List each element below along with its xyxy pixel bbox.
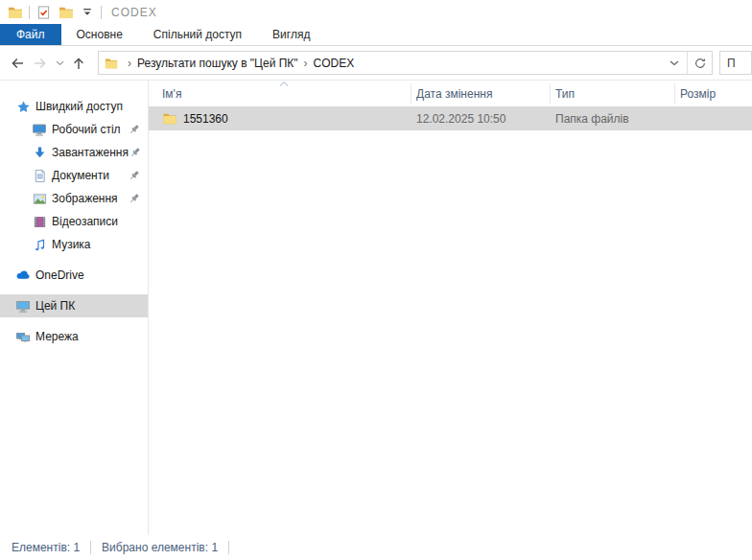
status-divider [90,541,91,554]
back-button[interactable] [6,52,29,75]
documents-icon [32,168,47,183]
sidebar-item-label: Документи [52,169,109,182]
sidebar-item-desktop[interactable]: Робочий стіл [0,118,148,141]
sidebar-item-onedrive[interactable]: OneDrive [0,264,148,287]
window-title: CODEX [111,6,157,19]
folder-icon [162,111,177,126]
sidebar-item-label: OneDrive [35,268,84,282]
star-icon [15,99,31,114]
file-explorer-window: CODEX Файл Основне Спільний доступ Вигля… [0,0,752,560]
pin-icon [128,123,141,136]
address-folder-icon [105,57,118,70]
breadcrumb-separator: › [298,57,314,70]
column-header-date-modified[interactable]: Дата змінення [411,81,551,106]
new-folder-icon[interactable] [58,4,74,20]
pin-icon [128,192,141,205]
file-type-cell: Папка файлів [551,112,675,126]
file-name: 1551360 [183,112,228,126]
sidebar-item-quick-access[interactable]: Швидкий доступ [0,95,148,118]
sidebar-item-this-pc[interactable]: Цей ПК [0,294,148,317]
file-date-cell: 12.02.2025 10:50 [411,112,551,126]
forward-button[interactable] [29,52,52,75]
divider [101,6,102,19]
tab-home[interactable]: Основне [61,24,138,45]
column-header-label: Ім'я [162,87,181,101]
onedrive-cloud-icon [15,268,31,283]
sidebar-item-label: Цей ПК [35,299,75,313]
pictures-icon [32,191,47,206]
breadcrumb-root[interactable]: Результати пошуку в "Цей ПК" [137,57,298,70]
sidebar-item-documents[interactable]: Документи [0,164,148,187]
status-bar: Елементів: 1 Вибрано елементів: 1 [0,535,752,560]
refresh-icon[interactable] [687,52,712,74]
up-button[interactable] [67,52,90,75]
this-pc-icon [15,298,31,314]
search-input[interactable]: П [719,51,752,75]
history-dropdown-icon[interactable] [52,52,67,75]
file-row[interactable]: 1551360 12.02.2025 10:50 Папка файлів [149,106,752,130]
column-header-label: Дата змінення [416,87,492,101]
pin-icon [128,169,141,182]
search-text-fragment: П [727,57,736,70]
sidebar-item-pictures[interactable]: Зображення [0,187,148,210]
breadcrumb-separator: › [122,57,137,70]
sidebar-item-label: Відеозаписи [52,215,118,228]
sidebar-item-label: Мережа [35,330,79,343]
sidebar-item-downloads[interactable]: Завантаження [0,141,148,164]
sidebar-item-label: Швидкий доступ [35,100,123,113]
selected-count: Вибрано елементів: 1 [102,541,218,554]
sidebar-group-gap [0,287,148,294]
file-list-pane: Ім'я Дата змінення Тип Розмір [149,81,752,535]
navigation-pane: Швидкий доступ Робочий стіл Завантаження [0,81,149,535]
qat-dropdown-icon[interactable] [79,4,95,20]
column-headers: Ім'я Дата змінення Тип Розмір [149,81,752,106]
column-header-label: Розмір [680,87,716,101]
divider [29,6,30,19]
status-divider [228,541,229,554]
pin-icon [129,146,142,159]
address-dropdown-icon[interactable] [662,52,687,74]
column-header-size[interactable]: Розмір [675,81,752,106]
folder-icon [7,4,23,20]
sidebar-item-music[interactable]: Музика [0,233,148,256]
column-header-name[interactable]: Ім'я [149,81,411,106]
sidebar-item-label: Музика [52,238,91,251]
sidebar-item-label: Зображення [52,192,118,205]
content-area: Швидкий доступ Робочий стіл Завантаження [0,81,752,535]
music-note-icon [32,237,47,252]
sidebar-item-label: Робочий стіл [52,123,121,136]
file-name-cell: 1551360 [149,111,411,126]
titlebar: CODEX [0,0,752,24]
items-count: Елементів: 1 [12,541,80,554]
column-header-label: Тип [555,87,575,101]
videos-icon [32,214,47,229]
breadcrumb-current[interactable]: CODEX [314,57,355,70]
address-bar[interactable]: › Результати пошуку в "Цей ПК" › CODEX [98,51,713,75]
tab-view[interactable]: Вигляд [257,24,325,45]
sidebar-item-label: Завантаження [52,146,129,159]
empty-file-area[interactable] [149,130,752,535]
tab-share[interactable]: Спільний доступ [138,24,257,45]
ribbon-tabstrip: Файл Основне Спільний доступ Вигляд [0,24,752,46]
sidebar-group-gap [0,317,148,325]
column-header-type[interactable]: Тип [551,81,675,106]
network-icon [15,329,31,344]
properties-check-icon[interactable] [35,4,52,20]
sort-ascending-icon [279,82,289,86]
tab-file[interactable]: Файл [0,24,61,45]
sidebar-group-gap [0,256,148,264]
downloads-icon [32,145,47,160]
desktop-icon [32,122,47,137]
sidebar-item-videos[interactable]: Відеозаписи [0,210,148,233]
navigation-bar: › Результати пошуку в "Цей ПК" › CODEX П [0,46,752,81]
sidebar-item-network[interactable]: Мережа [0,325,148,348]
